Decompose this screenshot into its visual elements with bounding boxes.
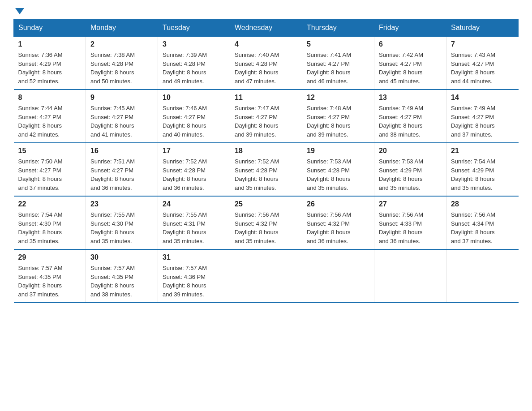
day-number: 31	[163, 253, 225, 261]
day-number: 5	[307, 40, 369, 48]
day-info: Sunrise: 7:51 AM Sunset: 4:27 PM Dayligh…	[90, 157, 153, 192]
day-number: 27	[379, 200, 442, 208]
day-info: Sunrise: 7:57 AM Sunset: 4:36 PM Dayligh…	[163, 264, 225, 299]
day-info: Sunrise: 7:43 AM Sunset: 4:27 PM Dayligh…	[451, 51, 514, 86]
day-info: Sunrise: 7:54 AM Sunset: 4:30 PM Dayligh…	[18, 210, 82, 245]
calendar-day-cell: 6 Sunrise: 7:42 AM Sunset: 4:27 PM Dayli…	[374, 37, 446, 90]
day-number: 11	[235, 94, 297, 102]
calendar-day-cell: 23 Sunrise: 7:55 AM Sunset: 4:30 PM Dayl…	[86, 196, 158, 249]
calendar-day-cell: 14 Sunrise: 7:49 AM Sunset: 4:27 PM Dayl…	[446, 90, 519, 143]
day-info: Sunrise: 7:49 AM Sunset: 4:27 PM Dayligh…	[451, 104, 514, 139]
calendar-day-cell: 9 Sunrise: 7:45 AM Sunset: 4:27 PM Dayli…	[86, 90, 158, 143]
day-of-week-header: Friday	[374, 19, 446, 37]
calendar-day-cell: 31 Sunrise: 7:57 AM Sunset: 4:36 PM Dayl…	[158, 249, 230, 303]
calendar-day-cell	[374, 249, 446, 303]
calendar-day-cell: 8 Sunrise: 7:44 AM Sunset: 4:27 PM Dayli…	[14, 90, 86, 143]
calendar-day-cell	[302, 249, 374, 303]
day-number: 26	[307, 200, 369, 208]
day-of-week-header: Tuesday	[158, 19, 230, 37]
day-number: 19	[307, 147, 369, 155]
calendar-day-cell: 17 Sunrise: 7:52 AM Sunset: 4:28 PM Dayl…	[158, 143, 230, 196]
calendar-header: SundayMondayTuesdayWednesdayThursdayFrid…	[14, 19, 519, 37]
day-info: Sunrise: 7:38 AM Sunset: 4:28 PM Dayligh…	[90, 51, 153, 86]
day-info: Sunrise: 7:56 AM Sunset: 4:33 PM Dayligh…	[379, 210, 442, 245]
calendar-day-cell: 24 Sunrise: 7:55 AM Sunset: 4:31 PM Dayl…	[158, 196, 230, 249]
calendar-day-cell: 4 Sunrise: 7:40 AM Sunset: 4:28 PM Dayli…	[230, 37, 302, 90]
day-info: Sunrise: 7:55 AM Sunset: 4:31 PM Dayligh…	[163, 210, 225, 245]
day-number: 9	[90, 94, 153, 102]
calendar-day-cell: 18 Sunrise: 7:52 AM Sunset: 4:28 PM Dayl…	[230, 143, 302, 196]
calendar-day-cell: 20 Sunrise: 7:53 AM Sunset: 4:29 PM Dayl…	[374, 143, 446, 196]
day-number: 8	[18, 94, 82, 102]
day-number: 1	[18, 40, 82, 48]
day-number: 3	[163, 40, 225, 48]
logo	[13, 9, 24, 14]
day-info: Sunrise: 7:41 AM Sunset: 4:27 PM Dayligh…	[307, 51, 369, 86]
day-info: Sunrise: 7:48 AM Sunset: 4:27 PM Dayligh…	[307, 104, 369, 139]
day-info: Sunrise: 7:53 AM Sunset: 4:29 PM Dayligh…	[379, 157, 442, 192]
calendar-day-cell: 22 Sunrise: 7:54 AM Sunset: 4:30 PM Dayl…	[14, 196, 86, 249]
calendar-day-cell: 3 Sunrise: 7:39 AM Sunset: 4:28 PM Dayli…	[158, 37, 230, 90]
calendar-day-cell: 7 Sunrise: 7:43 AM Sunset: 4:27 PM Dayli…	[446, 37, 519, 90]
calendar-day-cell: 1 Sunrise: 7:36 AM Sunset: 4:29 PM Dayli…	[14, 37, 86, 90]
day-of-week-header: Saturday	[446, 19, 519, 37]
day-number: 17	[163, 147, 225, 155]
day-info: Sunrise: 7:40 AM Sunset: 4:28 PM Dayligh…	[235, 51, 297, 86]
calendar-day-cell: 27 Sunrise: 7:56 AM Sunset: 4:33 PM Dayl…	[374, 196, 446, 249]
calendar-day-cell: 16 Sunrise: 7:51 AM Sunset: 4:27 PM Dayl…	[86, 143, 158, 196]
calendar-week-row: 1 Sunrise: 7:36 AM Sunset: 4:29 PM Dayli…	[14, 37, 519, 90]
calendar-day-cell: 15 Sunrise: 7:50 AM Sunset: 4:27 PM Dayl…	[14, 143, 86, 196]
day-number: 16	[90, 147, 153, 155]
calendar-day-cell: 19 Sunrise: 7:53 AM Sunset: 4:28 PM Dayl…	[302, 143, 374, 196]
calendar-day-cell: 12 Sunrise: 7:48 AM Sunset: 4:27 PM Dayl…	[302, 90, 374, 143]
calendar-day-cell: 29 Sunrise: 7:57 AM Sunset: 4:35 PM Dayl…	[14, 249, 86, 303]
calendar-week-row: 22 Sunrise: 7:54 AM Sunset: 4:30 PM Dayl…	[14, 196, 519, 249]
calendar-day-cell: 5 Sunrise: 7:41 AM Sunset: 4:27 PM Dayli…	[302, 37, 374, 90]
day-info: Sunrise: 7:54 AM Sunset: 4:29 PM Dayligh…	[451, 157, 514, 192]
day-info: Sunrise: 7:56 AM Sunset: 4:32 PM Dayligh…	[307, 210, 369, 245]
day-number: 28	[451, 200, 514, 208]
days-of-week-row: SundayMondayTuesdayWednesdayThursdayFrid…	[14, 19, 519, 37]
day-number: 6	[379, 40, 442, 48]
day-info: Sunrise: 7:46 AM Sunset: 4:27 PM Dayligh…	[163, 104, 225, 139]
day-info: Sunrise: 7:45 AM Sunset: 4:27 PM Dayligh…	[90, 104, 153, 139]
day-info: Sunrise: 7:50 AM Sunset: 4:27 PM Dayligh…	[18, 157, 82, 192]
day-info: Sunrise: 7:47 AM Sunset: 4:27 PM Dayligh…	[235, 104, 297, 139]
day-number: 22	[18, 200, 82, 208]
day-of-week-header: Thursday	[302, 19, 374, 37]
day-number: 18	[235, 147, 297, 155]
day-info: Sunrise: 7:49 AM Sunset: 4:27 PM Dayligh…	[379, 104, 442, 139]
day-number: 13	[379, 94, 442, 102]
calendar-week-row: 29 Sunrise: 7:57 AM Sunset: 4:35 PM Dayl…	[14, 249, 519, 303]
day-of-week-header: Wednesday	[230, 19, 302, 37]
calendar-day-cell: 28 Sunrise: 7:56 AM Sunset: 4:34 PM Dayl…	[446, 196, 519, 249]
day-number: 21	[451, 147, 514, 155]
day-number: 25	[235, 200, 297, 208]
calendar-day-cell: 26 Sunrise: 7:56 AM Sunset: 4:32 PM Dayl…	[302, 196, 374, 249]
day-info: Sunrise: 7:57 AM Sunset: 4:35 PM Dayligh…	[90, 264, 153, 299]
day-number: 12	[307, 94, 369, 102]
calendar-day-cell: 21 Sunrise: 7:54 AM Sunset: 4:29 PM Dayl…	[446, 143, 519, 196]
calendar-table: SundayMondayTuesdayWednesdayThursdayFrid…	[13, 19, 519, 303]
day-info: Sunrise: 7:56 AM Sunset: 4:32 PM Dayligh…	[235, 210, 297, 245]
day-number: 10	[163, 94, 225, 102]
day-info: Sunrise: 7:44 AM Sunset: 4:27 PM Dayligh…	[18, 104, 82, 139]
calendar-week-row: 15 Sunrise: 7:50 AM Sunset: 4:27 PM Dayl…	[14, 143, 519, 196]
day-number: 23	[90, 200, 153, 208]
day-info: Sunrise: 7:39 AM Sunset: 4:28 PM Dayligh…	[163, 51, 225, 86]
calendar-day-cell: 25 Sunrise: 7:56 AM Sunset: 4:32 PM Dayl…	[230, 196, 302, 249]
calendar-day-cell: 2 Sunrise: 7:38 AM Sunset: 4:28 PM Dayli…	[86, 37, 158, 90]
day-number: 24	[163, 200, 225, 208]
day-info: Sunrise: 7:52 AM Sunset: 4:28 PM Dayligh…	[163, 157, 225, 192]
calendar-week-row: 8 Sunrise: 7:44 AM Sunset: 4:27 PM Dayli…	[14, 90, 519, 143]
calendar-day-cell: 10 Sunrise: 7:46 AM Sunset: 4:27 PM Dayl…	[158, 90, 230, 143]
day-number: 14	[451, 94, 514, 102]
day-info: Sunrise: 7:53 AM Sunset: 4:28 PM Dayligh…	[307, 157, 369, 192]
day-info: Sunrise: 7:52 AM Sunset: 4:28 PM Dayligh…	[235, 157, 297, 192]
logo-triangle-icon	[15, 8, 24, 14]
day-info: Sunrise: 7:42 AM Sunset: 4:27 PM Dayligh…	[379, 51, 442, 86]
day-info: Sunrise: 7:55 AM Sunset: 4:30 PM Dayligh…	[90, 210, 153, 245]
day-number: 30	[90, 253, 153, 261]
calendar-body: 1 Sunrise: 7:36 AM Sunset: 4:29 PM Dayli…	[14, 37, 519, 303]
day-number: 20	[379, 147, 442, 155]
